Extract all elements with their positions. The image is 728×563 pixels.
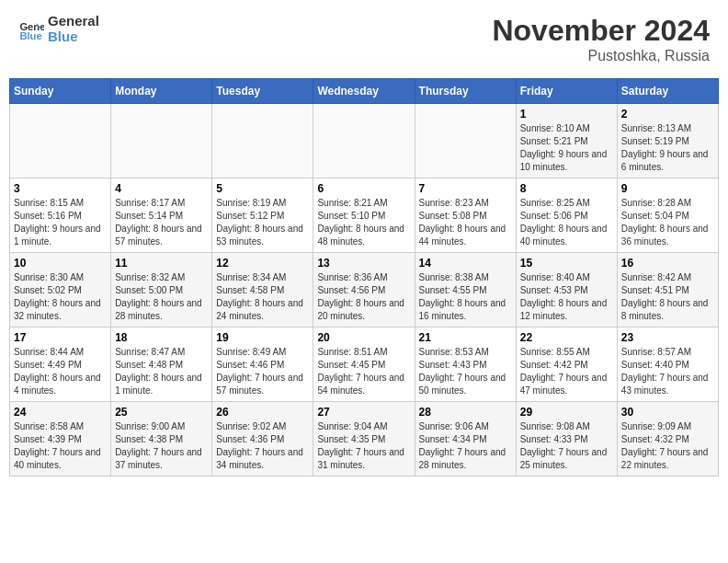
calendar-week-row: 24Sunrise: 8:58 AMSunset: 4:39 PMDayligh… [10, 402, 719, 477]
day-number: 21 [419, 331, 512, 344]
col-wednesday: Wednesday [313, 79, 415, 104]
table-row [313, 104, 415, 178]
col-tuesday: Tuesday [212, 79, 313, 104]
day-info: Sunrise: 8:44 AMSunset: 4:49 PMDaylight:… [14, 346, 107, 397]
logo: General Blue General Blue [18, 14, 99, 44]
day-number: 8 [520, 182, 613, 195]
day-number: 11 [115, 257, 208, 270]
table-row: 22Sunrise: 8:55 AMSunset: 4:42 PMDayligh… [516, 327, 617, 402]
day-info: Sunrise: 8:21 AMSunset: 5:10 PMDaylight:… [317, 197, 410, 248]
day-number: 10 [14, 257, 107, 270]
day-info: Sunrise: 8:10 AMSunset: 5:21 PMDaylight:… [520, 122, 613, 174]
table-row: 1Sunrise: 8:10 AMSunset: 5:21 PMDaylight… [516, 104, 617, 178]
table-row: 29Sunrise: 9:08 AMSunset: 4:33 PMDayligh… [516, 402, 617, 477]
table-row: 3Sunrise: 8:15 AMSunset: 5:16 PMDaylight… [10, 178, 111, 253]
day-number: 2 [621, 108, 714, 121]
table-row: 28Sunrise: 9:06 AMSunset: 4:34 PMDayligh… [415, 402, 516, 477]
table-row [111, 104, 212, 178]
calendar-header-row: Sunday Monday Tuesday Wednesday Thursday… [10, 79, 719, 104]
day-number: 17 [14, 331, 107, 344]
day-info: Sunrise: 8:49 AMSunset: 4:46 PMDaylight:… [216, 346, 309, 397]
day-number: 19 [216, 331, 309, 344]
table-row: 24Sunrise: 8:58 AMSunset: 4:39 PMDayligh… [10, 402, 111, 477]
table-row: 16Sunrise: 8:42 AMSunset: 4:51 PMDayligh… [617, 253, 718, 327]
col-saturday: Saturday [617, 79, 718, 104]
day-info: Sunrise: 8:25 AMSunset: 5:06 PMDaylight:… [520, 197, 613, 248]
svg-text:Blue: Blue [19, 30, 41, 41]
page-header: General Blue General Blue November 2024 … [9, 9, 719, 69]
day-info: Sunrise: 8:42 AMSunset: 4:51 PMDaylight:… [621, 271, 714, 323]
day-info: Sunrise: 8:34 AMSunset: 4:58 PMDaylight:… [216, 271, 309, 323]
calendar-week-row: 10Sunrise: 8:30 AMSunset: 5:02 PMDayligh… [10, 253, 719, 327]
day-number: 1 [520, 108, 613, 121]
table-row: 15Sunrise: 8:40 AMSunset: 4:53 PMDayligh… [516, 253, 617, 327]
col-friday: Friday [516, 79, 617, 104]
day-info: Sunrise: 8:55 AMSunset: 4:42 PMDaylight:… [520, 346, 613, 397]
day-number: 7 [419, 182, 512, 195]
day-number: 6 [317, 182, 410, 195]
day-number: 20 [317, 331, 410, 344]
day-number: 29 [520, 406, 613, 419]
day-number: 27 [317, 406, 410, 419]
day-info: Sunrise: 9:00 AMSunset: 4:38 PMDaylight:… [115, 420, 208, 472]
table-row: 23Sunrise: 8:57 AMSunset: 4:40 PMDayligh… [617, 327, 718, 402]
day-info: Sunrise: 9:09 AMSunset: 4:32 PMDaylight:… [621, 420, 714, 472]
table-row: 14Sunrise: 8:38 AMSunset: 4:55 PMDayligh… [415, 253, 516, 327]
day-info: Sunrise: 8:30 AMSunset: 5:02 PMDaylight:… [14, 271, 107, 323]
day-info: Sunrise: 8:15 AMSunset: 5:16 PMDaylight:… [14, 197, 107, 248]
table-row: 25Sunrise: 9:00 AMSunset: 4:38 PMDayligh… [111, 402, 212, 477]
day-number: 12 [216, 257, 309, 270]
day-info: Sunrise: 8:19 AMSunset: 5:12 PMDaylight:… [216, 197, 309, 248]
table-row: 21Sunrise: 8:53 AMSunset: 4:43 PMDayligh… [415, 327, 516, 402]
day-info: Sunrise: 8:58 AMSunset: 4:39 PMDaylight:… [14, 420, 107, 472]
day-info: Sunrise: 8:13 AMSunset: 5:19 PMDaylight:… [621, 122, 714, 174]
table-row: 7Sunrise: 8:23 AMSunset: 5:08 PMDaylight… [415, 178, 516, 253]
table-row: 4Sunrise: 8:17 AMSunset: 5:14 PMDaylight… [111, 178, 212, 253]
logo-blue: Blue [48, 29, 78, 44]
table-row: 20Sunrise: 8:51 AMSunset: 4:45 PMDayligh… [313, 327, 415, 402]
table-row: 2Sunrise: 8:13 AMSunset: 5:19 PMDaylight… [617, 104, 718, 178]
day-info: Sunrise: 8:28 AMSunset: 5:04 PMDaylight:… [621, 197, 714, 248]
table-row: 13Sunrise: 8:36 AMSunset: 4:56 PMDayligh… [313, 253, 415, 327]
calendar-week-row: 3Sunrise: 8:15 AMSunset: 5:16 PMDaylight… [10, 178, 719, 253]
day-number: 18 [115, 331, 208, 344]
calendar-table: Sunday Monday Tuesday Wednesday Thursday… [9, 78, 719, 477]
day-info: Sunrise: 8:17 AMSunset: 5:14 PMDaylight:… [115, 197, 208, 248]
table-row: 10Sunrise: 8:30 AMSunset: 5:02 PMDayligh… [10, 253, 111, 327]
day-info: Sunrise: 8:38 AMSunset: 4:55 PMDaylight:… [419, 271, 512, 323]
day-number: 14 [419, 257, 512, 270]
table-row: 12Sunrise: 8:34 AMSunset: 4:58 PMDayligh… [212, 253, 313, 327]
day-info: Sunrise: 8:32 AMSunset: 5:00 PMDaylight:… [115, 271, 208, 323]
logo-general: General [48, 13, 99, 29]
day-info: Sunrise: 9:02 AMSunset: 4:36 PMDaylight:… [216, 420, 309, 472]
table-row: 19Sunrise: 8:49 AMSunset: 4:46 PMDayligh… [212, 327, 313, 402]
table-row [415, 104, 516, 178]
day-info: Sunrise: 8:53 AMSunset: 4:43 PMDaylight:… [419, 346, 512, 397]
day-number: 9 [621, 182, 714, 195]
table-row: 8Sunrise: 8:25 AMSunset: 5:06 PMDaylight… [516, 178, 617, 253]
table-row: 6Sunrise: 8:21 AMSunset: 5:10 PMDaylight… [313, 178, 415, 253]
col-thursday: Thursday [415, 79, 516, 104]
day-number: 16 [621, 257, 714, 270]
day-info: Sunrise: 8:23 AMSunset: 5:08 PMDaylight:… [419, 197, 512, 248]
day-number: 28 [419, 406, 512, 419]
title-block: November 2024 Pustoshka, Russia [492, 14, 710, 64]
day-number: 4 [115, 182, 208, 195]
table-row: 18Sunrise: 8:47 AMSunset: 4:48 PMDayligh… [111, 327, 212, 402]
table-row: 9Sunrise: 8:28 AMSunset: 5:04 PMDaylight… [617, 178, 718, 253]
table-row: 26Sunrise: 9:02 AMSunset: 4:36 PMDayligh… [212, 402, 313, 477]
day-info: Sunrise: 8:57 AMSunset: 4:40 PMDaylight:… [621, 346, 714, 397]
day-number: 23 [621, 331, 714, 344]
col-sunday: Sunday [10, 79, 111, 104]
day-number: 22 [520, 331, 613, 344]
location: Pustoshka, Russia [492, 48, 710, 64]
calendar-week-row: 17Sunrise: 8:44 AMSunset: 4:49 PMDayligh… [10, 327, 719, 402]
table-row: 30Sunrise: 9:09 AMSunset: 4:32 PMDayligh… [617, 402, 718, 477]
month-title: November 2024 [492, 14, 710, 48]
day-number: 24 [14, 406, 107, 419]
day-number: 5 [216, 182, 309, 195]
day-info: Sunrise: 9:08 AMSunset: 4:33 PMDaylight:… [520, 420, 613, 472]
day-number: 25 [115, 406, 208, 419]
table-row: 27Sunrise: 9:04 AMSunset: 4:35 PMDayligh… [313, 402, 415, 477]
table-row [212, 104, 313, 178]
